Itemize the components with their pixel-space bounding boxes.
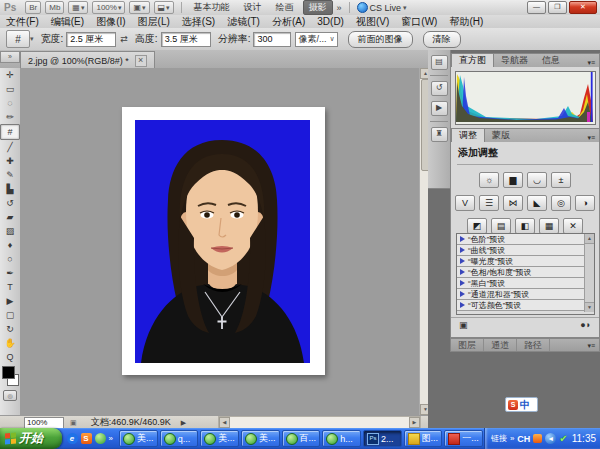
3d-rotate-tool[interactable]: ↻ <box>1 322 19 336</box>
taskbar-button-4[interactable]: 美... <box>241 430 280 447</box>
workspace-more-chevron[interactable]: » <box>337 3 342 13</box>
quick-mask-button[interactable]: ◎ <box>3 390 17 401</box>
menu-select[interactable]: 选择(S) <box>176 15 221 28</box>
spot-healing-tool[interactable]: ✚ <box>1 154 19 168</box>
tab-paths[interactable]: 路径 <box>517 339 550 351</box>
scroll-up-icon[interactable]: ▲ <box>585 234 594 244</box>
security-shield-icon[interactable]: ✔ <box>559 433 567 444</box>
workspace-painting[interactable]: 绘画 <box>271 1 299 14</box>
eyedropper-tool[interactable]: ╱ <box>1 140 19 154</box>
posterize-icon[interactable]: ▤ <box>491 218 511 234</box>
front-image-button[interactable]: 前面的图像 <box>348 31 413 48</box>
mini-bridge-icon[interactable]: Mb <box>45 1 64 14</box>
menu-file[interactable]: 文件(F) <box>0 15 45 28</box>
preset-black-white[interactable]: “黑白”预设 <box>457 278 594 289</box>
quick-selection-tool[interactable]: ✏ <box>1 110 19 124</box>
language-bar-label[interactable]: 链接 <box>491 433 507 444</box>
scroll-left-icon[interactable]: ◀ <box>219 417 230 428</box>
levels-icon[interactable]: ▆ <box>503 172 523 188</box>
width-input[interactable]: 2.5 厘米 <box>66 32 116 47</box>
arrange-documents-icon[interactable]: ▣▾ <box>129 1 149 14</box>
clone-stamp-tool[interactable]: ▙ <box>1 182 19 196</box>
menu-3d[interactable]: 3D(D) <box>311 15 350 28</box>
panel-menu-icon[interactable]: ▾≡ <box>587 132 599 142</box>
path-selection-tool[interactable]: ▶ <box>1 294 19 308</box>
pen-tool[interactable]: ✒ <box>1 266 19 280</box>
start-button[interactable]: 开始 <box>0 428 62 449</box>
close-button[interactable]: ✕ <box>569 1 597 14</box>
taskbar-button-3[interactable]: 美... <box>200 430 239 447</box>
crop-tool-preset-icon[interactable]: # <box>6 30 30 48</box>
tray-app-icon[interactable] <box>533 434 542 443</box>
taskbar-button-2[interactable]: q... <box>160 430 199 447</box>
quick-launch-more-chevron[interactable]: » <box>109 434 113 443</box>
photo-document[interactable] <box>122 107 325 375</box>
move-tool[interactable]: ✛ <box>1 68 19 82</box>
preset-curves[interactable]: “曲线”预设 <box>457 245 594 256</box>
photo-filter-icon[interactable]: ◎ <box>551 195 571 211</box>
document-tab[interactable]: 2.jpg @ 100%(RGB/8#) * × <box>20 51 155 69</box>
curves-icon[interactable]: ◡ <box>527 172 547 188</box>
menu-analysis[interactable]: 分析(A) <box>266 15 311 28</box>
menu-layer[interactable]: 图层(L) <box>132 15 176 28</box>
expand-triangle-icon[interactable] <box>460 258 465 264</box>
preset-list-scrollbar[interactable]: ▲ ▼ <box>584 234 594 312</box>
ime-widget[interactable]: S 中 <box>505 397 538 412</box>
menu-filter[interactable]: 滤镜(T) <box>221 15 266 28</box>
resolution-input[interactable]: 300 <box>253 32 291 47</box>
tab-histogram[interactable]: 直方图 <box>451 53 494 67</box>
screen-mode-icon[interactable]: ⬓▾ <box>154 1 174 14</box>
workspace-essentials[interactable]: 基本功能 <box>189 1 235 14</box>
threshold-icon[interactable]: ◧ <box>515 218 535 234</box>
black-white-icon[interactable]: ◣ <box>527 195 547 211</box>
gradient-map-icon[interactable]: ▦ <box>539 218 559 234</box>
marquee-tool[interactable]: ▭ <box>1 82 19 96</box>
expand-triangle-icon[interactable] <box>460 302 465 308</box>
dodge-tool[interactable]: ○ <box>1 252 19 266</box>
crop-tool[interactable]: # <box>0 124 20 140</box>
ime-mode-indicator[interactable]: 中 <box>520 398 530 411</box>
preset-selective-color[interactable]: “可选颜色”预设 <box>457 300 594 311</box>
sogou-icon[interactable]: S <box>81 433 92 444</box>
history-brush-tool[interactable]: ↺ <box>1 196 19 210</box>
taskbar-button-photoshop[interactable]: Ps2... <box>363 430 402 447</box>
tab-info[interactable]: 信息 <box>535 54 567 67</box>
taskbar-button-9[interactable]: 一... <box>444 430 483 447</box>
clone-source-panel-icon[interactable]: ♜ <box>431 127 448 142</box>
tool-preset-dropdown-icon[interactable]: ▾ <box>30 35 34 43</box>
clear-button[interactable]: 清除 <box>423 31 461 48</box>
browser-icon[interactable] <box>95 433 106 444</box>
cs-live-button[interactable]: CS Live▾ <box>357 2 407 13</box>
return-to-list-icon[interactable]: ▣ <box>459 320 468 330</box>
scroll-right-icon[interactable]: ▶ <box>409 417 420 428</box>
expand-triangle-icon[interactable] <box>460 269 465 275</box>
preset-exposure[interactable]: “曝光度”预设 <box>457 256 594 267</box>
scroll-down-icon[interactable]: ▼ <box>585 302 594 312</box>
hue-saturation-icon[interactable]: ☰ <box>479 195 499 211</box>
preset-levels[interactable]: “色阶”预设 <box>457 234 594 245</box>
mini-bridge-panel-icon[interactable]: ▤ <box>431 55 448 70</box>
status-expand-icon[interactable]: ▶ <box>181 419 186 427</box>
view-extras-icon[interactable]: ▦▾ <box>68 1 88 14</box>
actions-panel-icon[interactable]: ▶ <box>431 101 448 116</box>
workspace-design[interactable]: 设计 <box>239 1 267 14</box>
type-tool[interactable]: T <box>1 280 19 294</box>
taskbar-button-5[interactable]: 百... <box>282 430 321 447</box>
color-balance-icon[interactable]: ⋈ <box>503 195 523 211</box>
blur-tool[interactable]: ♦ <box>1 238 19 252</box>
expand-triangle-icon[interactable] <box>460 291 465 297</box>
zoom-tool[interactable]: Q <box>1 350 19 364</box>
exposure-icon[interactable]: ± <box>551 172 571 188</box>
swap-dimensions-icon[interactable]: ⇄ <box>120 34 128 44</box>
brush-tool[interactable]: ✎ <box>1 168 19 182</box>
eraser-tool[interactable]: ▰ <box>1 210 19 224</box>
expand-triangle-icon[interactable] <box>460 280 465 286</box>
tools-collapse-icon[interactable]: » <box>0 51 20 63</box>
sogou-ime-icon[interactable]: S <box>508 400 518 410</box>
expand-triangle-icon[interactable] <box>460 236 465 242</box>
menu-image[interactable]: 图像(I) <box>90 15 131 28</box>
panel-menu-icon[interactable]: ▾≡ <box>587 340 599 350</box>
menu-edit[interactable]: 编辑(E) <box>45 15 90 28</box>
workspace-photography[interactable]: 摄影 <box>303 0 333 15</box>
tab-channels[interactable]: 通道 <box>484 339 517 351</box>
